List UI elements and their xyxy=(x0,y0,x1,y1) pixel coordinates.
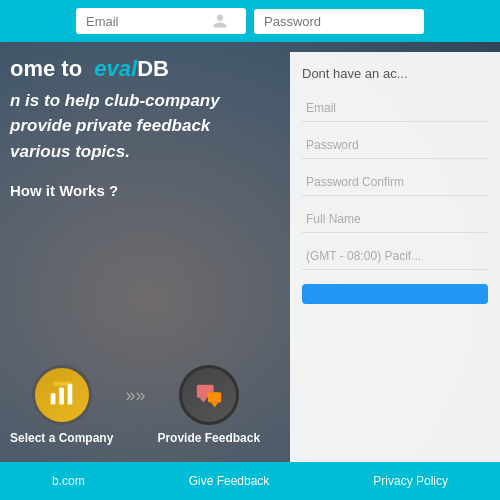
register-title: Dont have an ac... xyxy=(302,66,488,81)
header-password-input[interactable] xyxy=(264,14,384,29)
welcome-prefix: ome to xyxy=(10,56,82,81)
header-email-input[interactable] xyxy=(86,14,206,29)
brand-db: DB xyxy=(137,56,169,81)
step-company-label: Select a Company xyxy=(10,431,113,445)
reg-password-input[interactable] xyxy=(302,132,488,159)
svg-rect-6 xyxy=(208,392,221,402)
steps-section: Select a Company »» Provide Feedback xyxy=(10,365,260,445)
footer-link-feedback[interactable]: Give Feedback xyxy=(189,474,270,488)
reg-fullname-input[interactable] xyxy=(302,206,488,233)
footer: b.com Give Feedback Privacy Policy xyxy=(0,462,500,500)
step-company: Select a Company xyxy=(10,365,113,445)
step-arrow: »» xyxy=(125,385,145,406)
header-email-wrap[interactable] xyxy=(76,8,246,34)
header xyxy=(0,0,500,42)
footer-link-privacy[interactable]: Privacy Policy xyxy=(373,474,448,488)
svg-marker-5 xyxy=(199,398,207,403)
svg-marker-3 xyxy=(52,382,71,386)
brand-eval: eval xyxy=(94,56,137,81)
step-feedback: Provide Feedback xyxy=(157,365,260,445)
reg-email-input[interactable] xyxy=(302,95,488,122)
svg-rect-1 xyxy=(59,388,64,405)
header-password-wrap[interactable] xyxy=(254,9,424,34)
reg-confirm-input[interactable] xyxy=(302,169,488,196)
register-panel: Dont have an ac... xyxy=(290,52,500,462)
svg-rect-0 xyxy=(50,393,55,404)
feedback-icon-circle xyxy=(179,365,239,425)
chart-icon xyxy=(47,380,77,410)
reg-timezone-input[interactable] xyxy=(302,243,488,270)
company-icon-circle xyxy=(32,365,92,425)
register-button[interactable] xyxy=(302,284,488,304)
feedback-icon xyxy=(194,380,224,410)
user-icon xyxy=(212,13,228,29)
svg-marker-7 xyxy=(211,403,219,408)
svg-rect-2 xyxy=(67,384,72,405)
footer-link-home[interactable]: b.com xyxy=(52,474,85,488)
step-feedback-label: Provide Feedback xyxy=(157,431,260,445)
